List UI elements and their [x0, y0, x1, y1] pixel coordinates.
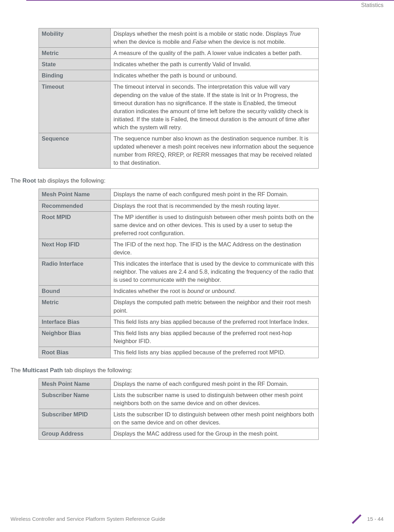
root-tab-intro: The Root tab displays the following:: [11, 177, 383, 184]
row-description: Lists the subscriber ID to distinguish b…: [111, 409, 319, 428]
table-row: Root MPIDThe MP identifier is used to di…: [39, 211, 319, 239]
intro-text: The: [11, 367, 22, 374]
row-description: This indicates the interface that is use…: [111, 258, 319, 286]
page-footer: Wireless Controller and Service Platform…: [11, 512, 383, 525]
table-row: MetricDisplays the computed path metric …: [39, 297, 319, 316]
header-section: Statistics: [361, 2, 383, 8]
row-description: Displays the MAC address used for the Gr…: [111, 428, 319, 439]
table-row: Mesh Point NameDisplays the name of each…: [39, 378, 319, 390]
row-description: Indicates whether the root is bound or u…: [111, 286, 319, 297]
table-row: Mesh Point NameDisplays the name of each…: [39, 189, 319, 200]
table-row: RecommendedDisplays the root that is rec…: [39, 200, 319, 211]
row-label: Bound: [39, 286, 111, 297]
table-row: MetricA measure of the quality of the pa…: [39, 48, 319, 59]
definition-table-1: MobilityDisplays whether the mesh point …: [39, 28, 319, 169]
table-row: Radio InterfaceThis indicates the interf…: [39, 258, 319, 286]
page-content: MobilityDisplays whether the mesh point …: [11, 28, 383, 449]
row-description: Lists the subscriber name is used to dis…: [111, 390, 319, 409]
row-label: Mobility: [39, 28, 111, 48]
multicast-tab-intro: The Multicast Path tab displays the foll…: [11, 367, 383, 374]
row-description: A measure of the quality of the path. A …: [111, 48, 319, 59]
brand-slash-icon: [351, 512, 364, 525]
multicast-tab-name: Multicast Path: [22, 367, 63, 374]
row-label: Subscriber Name: [39, 390, 111, 409]
table-row: Neighbor BiasThis field lists any bias a…: [39, 327, 319, 347]
row-description: The sequence number also known as the de…: [111, 133, 319, 169]
row-label: Timeout: [39, 81, 111, 133]
page-number: 15 - 44: [367, 516, 383, 522]
row-label: Metric: [39, 297, 111, 316]
row-description: Displays the root that is recommended by…: [111, 200, 319, 211]
row-label: Mesh Point Name: [39, 378, 111, 390]
row-description: This field lists any bias applied becaus…: [111, 327, 319, 347]
table-row: Group AddressDisplays the MAC address us…: [39, 428, 319, 439]
table-row: TimeoutThe timeout interval in seconds. …: [39, 81, 319, 133]
table-row: SequenceThe sequence number also known a…: [39, 133, 319, 169]
row-label: Subscriber MPID: [39, 409, 111, 428]
row-label: Group Address: [39, 428, 111, 439]
footer-right: 15 - 44: [351, 512, 383, 525]
row-label: Mesh Point Name: [39, 189, 111, 200]
row-description: Displays whether the mesh point is a mob…: [111, 28, 319, 48]
table-row: BoundIndicates whether the root is bound…: [39, 286, 319, 297]
table-row: Next Hop IFIDThe IFID of the next hop. T…: [39, 239, 319, 258]
row-description: Displays the name of each configured mes…: [111, 378, 319, 390]
row-description: The timeout interval in seconds. The int…: [111, 81, 319, 133]
intro-text: tab displays the following:: [63, 367, 132, 374]
row-description: The MP identifier is used to distinguish…: [111, 211, 319, 239]
row-description: The IFID of the next hop. The IFID is th…: [111, 239, 319, 258]
row-label: Radio Interface: [39, 258, 111, 286]
row-label: Sequence: [39, 133, 111, 169]
table-row: MobilityDisplays whether the mesh point …: [39, 28, 319, 48]
row-description: This field lists any bias applied becaus…: [111, 316, 319, 327]
row-label: Root MPID: [39, 211, 111, 239]
table-row: Subscriber MPIDLists the subscriber ID t…: [39, 409, 319, 428]
header-divider: [26, 0, 394, 1]
footer-title: Wireless Controller and Service Platform…: [11, 516, 165, 522]
row-description: This field lists any bias applied becaus…: [111, 347, 319, 358]
row-description: Indicates whether the path is currently …: [111, 59, 319, 70]
row-label: Root Bias: [39, 347, 111, 358]
row-label: Neighbor Bias: [39, 327, 111, 347]
row-label: Next Hop IFID: [39, 239, 111, 258]
definition-table-2: Mesh Point NameDisplays the name of each…: [39, 189, 319, 358]
table-row: Interface BiasThis field lists any bias …: [39, 316, 319, 327]
row-label: State: [39, 59, 111, 70]
definition-table-3: Mesh Point NameDisplays the name of each…: [39, 378, 319, 440]
row-description: Displays the name of each configured mes…: [111, 189, 319, 200]
row-label: Recommended: [39, 200, 111, 211]
table-row: Subscriber NameLists the subscriber name…: [39, 390, 319, 409]
row-label: Metric: [39, 48, 111, 59]
root-tab-name: Root: [22, 177, 36, 184]
table-row: BindingIndicates whether the path is bou…: [39, 70, 319, 81]
table-row: StateIndicates whether the path is curre…: [39, 59, 319, 70]
intro-text: The: [11, 177, 22, 184]
table-row: Root BiasThis field lists any bias appli…: [39, 347, 319, 358]
intro-text: tab displays the following:: [36, 177, 105, 184]
row-description: Indicates whether the path is bound or u…: [111, 70, 319, 81]
row-label: Binding: [39, 70, 111, 81]
row-label: Interface Bias: [39, 316, 111, 327]
row-description: Displays the computed path metric betwee…: [111, 297, 319, 316]
